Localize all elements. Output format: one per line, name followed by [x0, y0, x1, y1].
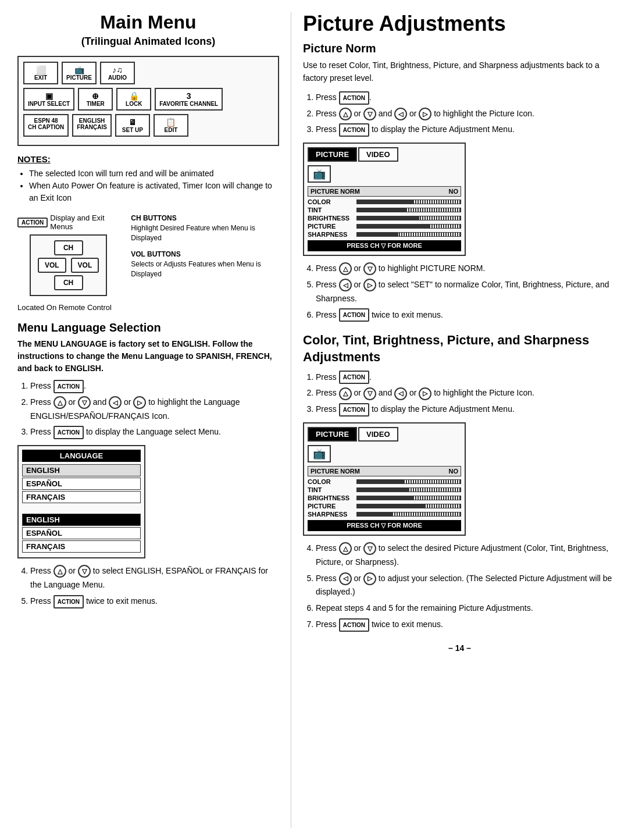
ch-up-pn2: △ — [339, 108, 352, 120]
right-column: Picture Adjustments Picture Norm Use to … — [291, 12, 616, 828]
menu-icons-row-2: ▣ INPUT SELECT ⊕ TIMER 🔒 LOCK 3 FAVORITE… — [23, 88, 273, 111]
menu-icon-timer: ⊕ TIMER — [78, 88, 113, 111]
action-btn-step1: ACTION — [53, 380, 84, 393]
picture-norm-title: Picture Norm — [303, 42, 616, 55]
adj-row-tint-2: TINT — [308, 486, 461, 493]
tab-picture-2: PICTURE — [308, 427, 357, 442]
ch-buttons-title: CH BUTTONS — [131, 213, 279, 223]
adj-row-norm-1: PICTURE NORM NO — [308, 186, 461, 197]
page-number: – 14 – — [303, 643, 616, 653]
adj-row-picture-2: PICTURE — [308, 503, 461, 510]
vol-left-ca5: ◁ — [339, 572, 352, 585]
ca-step-5: Press ◁ or ▷ to adjust your selection. (… — [316, 572, 616, 600]
vol-right-pn2: ▷ — [419, 108, 431, 120]
menu-icon-edit: 📋 EDIT — [154, 114, 188, 137]
picture-norm-steps-4-6: Press △ or ▽ to highlight PICTURE NORM. … — [303, 262, 616, 322]
ca-step-6: Repeat steps 4 and 5 for the remaining P… — [316, 601, 616, 615]
pn-step-4: Press △ or ▽ to highlight PICTURE NORM. — [316, 262, 616, 276]
action-btn-pn1: ACTION — [339, 91, 369, 105]
ch-down-icon: ▽ — [78, 396, 91, 409]
menu-icon-picture: 📺 PICTURE — [62, 62, 97, 84]
pn-step-6: Press ACTION twice to exit menus. — [316, 308, 616, 322]
menu-language-bold: The MENU LANGUAGE is factory set to ENGL… — [17, 338, 279, 375]
ch-up-pn4: △ — [339, 262, 352, 275]
adj-row-picture-1: PICTURE — [308, 223, 461, 230]
picture-adj-icon-1: 📺 — [308, 165, 331, 183]
pn-step-2: Press △ or ▽ and ◁ or ▷ to highlight the… — [316, 107, 616, 121]
picture-adj-tabs-1: PICTURE VIDEO — [308, 147, 461, 162]
action-btn-ca3: ACTION — [339, 403, 369, 417]
lang-step-4: Press △ or ▽ to select ENGLISH, ESPAÑOL … — [30, 564, 279, 592]
vol-buttons-group: VOL BUTTONS Selects or Adjusts Features … — [131, 250, 279, 279]
adj-row-color-2: COLOR — [308, 478, 461, 485]
adj-row-color-1: COLOR — [308, 198, 461, 205]
color-adj-steps-1-3: Press ACTION. Press △ or ▽ and ◁ or ▷ to… — [303, 371, 616, 417]
menu-icons-row-3: ESPN 48 CH CAPTION ENGLISH FRANÇAIS 🖥 SE… — [23, 114, 273, 137]
lang-menu-box: LANGUAGE ENGLISH ESPAÑOL FRANÇAIS ENGLIS… — [17, 445, 145, 558]
lang-item-espanol: ESPAÑOL — [22, 478, 141, 490]
ch-up-icon-s4: △ — [53, 565, 66, 578]
adj-row-brightness-1: BRIGHTNESS — [308, 215, 461, 222]
menu-icon-english: ENGLISH FRANÇAIS — [72, 114, 112, 137]
adj-row-tint-1: TINT — [308, 207, 461, 213]
action-btn-step3: ACTION — [53, 426, 84, 439]
lang-steps-4-5: Press △ or ▽ to select ENGLISH, ESPAÑOL … — [17, 564, 279, 608]
vol-buttons-title: VOL BUTTONS — [131, 250, 279, 259]
action-btn-ca1: ACTION — [339, 371, 369, 384]
tab-video-1: VIDEO — [358, 147, 398, 162]
lang-item2-english: ENGLISH — [22, 514, 141, 526]
left-column: Main Menu (Trilingual Animated Icons) ⬜ … — [12, 12, 291, 828]
ch-down-btn: CH — [54, 275, 83, 290]
ch-buttons-group: CH BUTTONS Highlight Desired Feature whe… — [131, 213, 279, 243]
menu-icon-channel: ESPN 48 CH CAPTION — [23, 114, 69, 137]
menu-icon-favorite: 3 FAVORITE CHANNEL — [155, 88, 223, 111]
pn-step-1: Press ACTION. — [316, 91, 616, 105]
picture-norm-desc: Use to reset Color, Tint, Brightness, Pi… — [303, 59, 616, 85]
ch-down-pn2: ▽ — [363, 108, 376, 120]
sub-title: (Trilingual Animated Icons) — [17, 35, 279, 48]
color-adj-section: Color, Tint, Brightness, Picture, and Sh… — [303, 332, 616, 365]
lang-menu-title: LANGUAGE — [22, 450, 141, 462]
ch-down-pn4: ▽ — [363, 262, 376, 275]
menu-lang-steps: Press ACTION. Press △ or ▽ and ◁ or ▷ to… — [17, 379, 279, 439]
picture-adj-tabs-2: PICTURE VIDEO — [308, 427, 461, 442]
ca-step-2: Press △ or ▽ and ◁ or ▷ to highlight the… — [316, 386, 616, 400]
ca-step-4: Press △ or ▽ to select the desired Pictu… — [316, 542, 616, 570]
menu-icon-input: ▣ INPUT SELECT — [23, 88, 74, 111]
vol-left-pn5: ◁ — [339, 279, 352, 291]
ch-down-ca2: ▽ — [363, 387, 376, 400]
menu-icons-box: ⬜ EXIT 📺 PICTURE ♪♫ AUDIO ▣ INPUT SELECT… — [17, 56, 279, 146]
main-title: Main Menu — [17, 12, 279, 33]
ch-up-btn: CH — [54, 240, 83, 255]
picture-norm-steps: Press ACTION. Press △ or ▽ and ◁ or ▷ to… — [303, 91, 616, 137]
lang-step-3: Press ACTION to display the Language sel… — [30, 425, 279, 439]
tab-video-2: VIDEO — [358, 427, 398, 442]
picture-adj-title: Picture Adjustments — [303, 12, 616, 36]
picture-adj-box-2: PICTURE VIDEO 📺 PICTURE NORM NO COLOR TI… — [303, 422, 466, 536]
ca-step-1: Press ACTION. — [316, 371, 616, 385]
notes-section: NOTES: The selected Icon will turn red a… — [17, 154, 279, 204]
pn-step-5: Press ◁ or ▷ to select "SET" to normaliz… — [316, 278, 616, 306]
note-item-2: When Auto Power On feature is activated,… — [29, 180, 279, 204]
notes-list: The selected Icon will turn red and will… — [17, 168, 279, 204]
vol-left-ca2: ◁ — [394, 387, 407, 400]
menu-language-title: Menu Language Selection — [17, 321, 279, 334]
press-row-2: PRESS CH ▽ FOR MORE — [308, 520, 461, 531]
adj-row-brightness-2: BRIGHTNESS — [308, 494, 461, 501]
lang-step-2: Press △ or ▽ and ◁ or ▷ to highlight the… — [30, 396, 279, 423]
lang-step-5: Press ACTION twice to exit menus. — [30, 595, 279, 608]
action-button-icon: ACTION — [17, 218, 48, 227]
adj-row-norm-2: PICTURE NORM NO — [308, 466, 461, 476]
color-adj-steps-4-7: Press △ or ▽ to select the desired Pictu… — [303, 542, 616, 632]
menu-icon-setup: 🖥 SET UP — [115, 114, 150, 137]
located-text: Located On Remote Control — [17, 303, 279, 312]
lang-step-1: Press ACTION. — [30, 379, 279, 393]
lang-item2-francais: FRANÇAIS — [22, 540, 141, 553]
vol-right-btn: VOL — [71, 258, 99, 273]
vol-right-ca2: ▷ — [419, 387, 431, 400]
vol-buttons-desc: Selects or Adjusts Features when Menu is… — [131, 259, 279, 279]
menu-icons-row-1: ⬜ EXIT 📺 PICTURE ♪♫ AUDIO — [23, 62, 273, 84]
lang-item2-espanol: ESPAÑOL — [22, 527, 141, 539]
action-btn-pn3: ACTION — [339, 123, 369, 137]
vol-left-pn2: ◁ — [394, 108, 407, 120]
